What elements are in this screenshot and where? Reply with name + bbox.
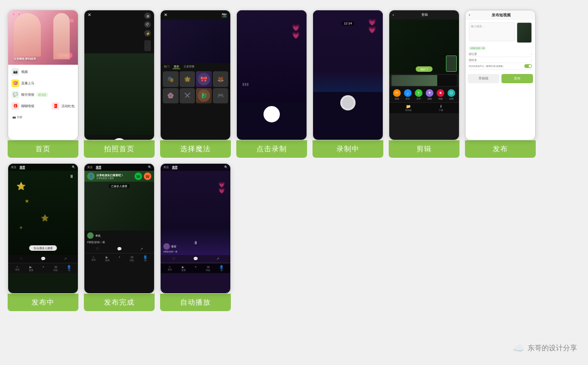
tab-game[interactable]: 王者荣耀	[182, 64, 195, 69]
nav-profile-done[interactable]: 👤 我	[143, 255, 147, 262]
magic-item-3[interactable]: 🎀	[196, 71, 212, 87]
search-icon-auto[interactable]: 🔍	[224, 165, 228, 169]
tool-filter[interactable]: ✦ 滤镜	[426, 89, 433, 100]
close-icon-magic[interactable]: ✕	[164, 13, 168, 17]
photo-preview	[84, 53, 154, 135]
camera-button[interactable]: 📷 拍摄	[13, 115, 22, 119]
top-row: 古灵精怪 梦回彼岸 安享甄礼 🌸🌸 🌸 📷 视频 �	[8, 10, 580, 158]
edit-preview: 做好了	[389, 20, 459, 74]
nav-home-done[interactable]: ⌂ 首页	[91, 255, 96, 262]
capture-button-record[interactable]	[264, 106, 280, 122]
tab-hot[interactable]: 热门	[163, 64, 170, 69]
overlay-hashtag: #精彩游戏一幕	[163, 250, 177, 253]
weibo-share-icon[interactable]: W	[144, 172, 151, 180]
like-icon-done[interactable]: ♡	[96, 247, 99, 251]
option-location[interactable]: @位置 ›	[469, 51, 532, 57]
magic-item-7[interactable]: 🐉	[196, 88, 212, 104]
capture-button[interactable]	[112, 138, 127, 140]
nav-add-done[interactable]: +	[119, 255, 121, 262]
magic-item-8[interactable]: 🎮	[213, 88, 229, 104]
tab-follow-done[interactable]: 关注	[87, 165, 93, 169]
publishing-feed: ⭐ ★ ⭐ ★ 快去播多人撤看 ⏸	[8, 171, 78, 255]
like-icon-auto[interactable]: ♡	[172, 257, 175, 261]
draft-button[interactable]: 草稿箱	[468, 74, 499, 83]
tool-ratio[interactable]: ⊡ 比例	[448, 89, 455, 100]
magic-item-5[interactable]: 🌸	[163, 88, 179, 104]
back-icon-publish[interactable]: ‹	[469, 13, 470, 18]
magic-item-4[interactable]: 🦊	[213, 71, 229, 87]
stop-button[interactable]	[340, 95, 356, 110]
comment-icon-auto[interactable]: 💬	[193, 257, 198, 261]
tool-cut[interactable]: ✂ 剪辑	[393, 89, 401, 100]
nav-msg-auto[interactable]: ✉ 消息	[206, 265, 210, 271]
tab-recommend-done[interactable]: 推荐	[96, 165, 101, 169]
edit-nav-download[interactable]: ⬇ 下载	[439, 104, 443, 112]
menu-label-gift: 聊聊情报	[21, 104, 34, 109]
watermark-logo-icon: ☁️	[512, 342, 524, 354]
comment-icon[interactable]: 💬	[41, 257, 46, 261]
filter-label: 滤镜	[427, 97, 432, 100]
search-icon-done[interactable]: 🔍	[148, 165, 151, 169]
tab-follow-auto[interactable]: 关注	[163, 165, 169, 169]
share-icons-row: W W	[134, 172, 151, 180]
tab-recommend-auto[interactable]: 推荐	[172, 165, 177, 169]
screen-edit: ‹ 剪辑 做好了 ✂ 剪辑	[389, 10, 460, 140]
wechat-share-icon[interactable]: W	[134, 172, 142, 180]
photo-icon-2[interactable]: ⏱	[144, 21, 151, 28]
pause-icon-auto[interactable]: ⏸	[193, 240, 198, 245]
nav-profile[interactable]: 👤 我	[67, 265, 71, 271]
share-subtitle: 分享给更多人看到	[96, 177, 133, 180]
nav-live[interactable]: ▶ 直播	[29, 265, 33, 271]
nav-add-auto[interactable]: +	[195, 265, 197, 271]
nav-add[interactable]: +	[42, 265, 45, 271]
search-icon-publishing[interactable]: 🔍	[72, 165, 75, 169]
caption-input[interactable]: 输入描述...	[469, 22, 515, 41]
magic-item-2[interactable]: 🌟	[180, 71, 195, 87]
tool-text[interactable]: T 文字	[415, 89, 422, 100]
magic-item-6[interactable]: ⚔️	[180, 88, 195, 104]
screen-label-recording: 录制中	[313, 140, 383, 158]
publish-button[interactable]: 发布	[501, 74, 533, 83]
photo-topbar: ✕ ⚙ ⏱ ⚡ · · ·	[84, 10, 154, 53]
star-2: ★	[24, 198, 29, 204]
phone-card-record: ✕ 👑 王者荣耀 💗💗 ▮▮▮ 点击录制	[236, 10, 307, 158]
comment-icon-done[interactable]: 💬	[117, 247, 122, 251]
share-icon[interactable]: ↗	[64, 257, 67, 261]
tab-recommend[interactable]: 推荐	[20, 165, 25, 169]
nav-home[interactable]: ⌂ 首页	[15, 265, 20, 271]
edit-nav-drafts[interactable]: 📂 草稿箱	[405, 104, 412, 112]
photo-icon-1[interactable]: ⚙	[144, 13, 151, 19]
nav-live-done[interactable]: ▶ 直播	[105, 255, 109, 262]
tool-music[interactable]: ♪ 音乐	[404, 89, 412, 100]
option-friend[interactable]: @好友 ›	[469, 57, 532, 63]
close-icon[interactable]: ✕	[88, 13, 91, 51]
done-button[interactable]: 做好了	[416, 66, 433, 72]
city-effect	[313, 70, 383, 92]
nav-profile-auto[interactable]: 👤 我	[219, 265, 223, 271]
screen-label-done: 发布完成	[84, 294, 155, 311]
gift-icon: 🎁	[11, 102, 19, 110]
photo-icon-3[interactable]: ⚡	[144, 30, 151, 36]
pause-icon-publishing[interactable]: ⏸	[69, 174, 74, 179]
magic-item-1[interactable]: 🎭	[163, 71, 179, 87]
like-icon[interactable]: ♡	[20, 257, 23, 261]
screen-photo: ✕ ⚙ ⏱ ⚡ · · ·	[84, 10, 155, 140]
menu-item-video[interactable]: 📷 视频	[11, 67, 75, 77]
tab-follow[interactable]: 关注	[11, 165, 16, 169]
menu-item-gift[interactable]: 🎁 聊聊情报 🧧 活动红包	[11, 101, 75, 111]
sync-toggle[interactable]	[524, 64, 532, 68]
hashtag-game[interactable]: #精彩游戏一幕	[469, 46, 486, 50]
menu-item-live[interactable]: 🎯 直播上马	[11, 78, 75, 88]
done-desc: #精彩游戏一幕	[84, 240, 154, 245]
nav-msg[interactable]: ✉ 消息	[53, 265, 58, 271]
tab-new[interactable]: 最新	[173, 64, 180, 69]
share-icon-auto[interactable]: ↗	[216, 257, 219, 261]
option-sync: 同步到其他平台（微博/抖音/短视频）	[469, 63, 532, 70]
back-icon-edit[interactable]: ‹	[393, 13, 394, 17]
menu-item-chat[interactable]: 💬 聊天情报 新消息	[11, 90, 75, 100]
nav-live-auto[interactable]: ▶ 直播	[181, 265, 186, 271]
tool-effect[interactable]: ★ 特效	[437, 89, 444, 100]
nav-msg-done[interactable]: ✉ 消息	[130, 255, 134, 262]
nav-home-auto[interactable]: ⌂ 首页	[168, 265, 172, 271]
share-icon-done[interactable]: ↗	[140, 247, 143, 251]
